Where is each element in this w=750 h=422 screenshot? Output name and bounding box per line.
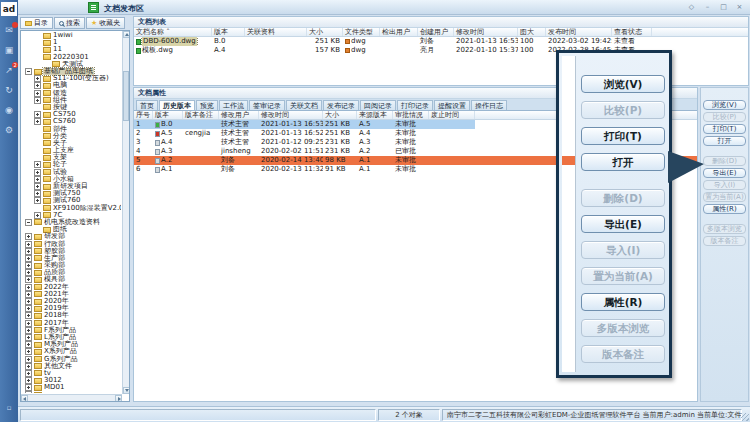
expand-icon[interactable] — [25, 348, 32, 355]
collapse-icon[interactable] — [25, 219, 32, 226]
expand-icon[interactable] — [25, 269, 32, 276]
user-icon[interactable]: ◉ — [0, 104, 18, 117]
tree-item[interactable]: 部件 — [22, 125, 121, 132]
column-header[interactable]: 版本备注 — [183, 111, 219, 119]
action-button-3[interactable]: 打印(T) — [703, 124, 746, 134]
expand-icon[interactable] — [25, 276, 32, 283]
tree-item[interactable]: 采购部 — [22, 262, 121, 269]
properties-tab[interactable]: 预览 — [196, 100, 218, 110]
document-row[interactable]: DBD-6000.dwgB.0251 KBdwg刘备2021-01-13 16:… — [134, 37, 748, 46]
tree-item[interactable]: 2021年 — [22, 291, 121, 298]
resize-grip[interactable] — [741, 413, 749, 421]
column-header[interactable]: 版本 — [153, 111, 183, 119]
tree-item[interactable]: 2018年 — [22, 312, 121, 319]
expand-icon[interactable] — [34, 212, 41, 219]
properties-tab[interactable]: 历史版本 — [159, 100, 195, 110]
scroll-up-button[interactable] — [123, 31, 130, 38]
expand-icon[interactable] — [25, 341, 32, 348]
column-header[interactable]: 审批情况 — [393, 111, 429, 119]
properties-tab[interactable]: 首页 — [136, 100, 158, 110]
expand-icon[interactable] — [25, 255, 32, 262]
tree-item[interactable]: 机电系统改造资料 — [22, 219, 121, 226]
action-button-4[interactable]: 打开 — [703, 136, 746, 146]
expand-icon[interactable] — [25, 233, 32, 240]
tree-item[interactable]: 组件 — [22, 97, 121, 104]
column-header[interactable]: 检出用户 — [380, 28, 418, 36]
maximize-button[interactable]: □ — [717, 2, 730, 12]
expand-icon[interactable] — [25, 291, 32, 298]
tree-item[interactable]: 塑胶部 — [22, 248, 121, 255]
scroll-down-button[interactable] — [123, 387, 130, 394]
expand-icon[interactable] — [34, 183, 41, 190]
expand-icon[interactable] — [34, 169, 41, 176]
properties-tab[interactable]: 工作流 — [219, 100, 248, 110]
tree-item[interactable]: S11-100(变压器) — [22, 75, 121, 82]
tree-item[interactable]: 上支座 — [22, 147, 121, 154]
tab-search[interactable]: 搜索 — [54, 17, 85, 29]
tree-item[interactable]: 其他文件 — [22, 363, 121, 370]
tree-item[interactable]: 锻造 — [22, 90, 121, 97]
tree-item[interactable]: 2022年 — [22, 284, 121, 291]
popup-action-4[interactable]: 打开 — [581, 153, 665, 171]
tree-item[interactable]: 2020年 — [22, 298, 121, 305]
tree-item[interactable]: 分类 — [22, 133, 121, 140]
tree-item[interactable]: 2019年 — [22, 305, 121, 312]
expand-icon[interactable] — [25, 312, 32, 319]
expand-icon[interactable] — [25, 370, 32, 377]
tree-item[interactable]: 行政部 — [22, 240, 121, 247]
tree-item[interactable]: 图纸 — [22, 226, 121, 233]
tree-item[interactable]: 研发部 — [22, 233, 121, 240]
column-header[interactable]: 废止时间 — [429, 111, 475, 119]
expand-icon[interactable] — [25, 327, 32, 334]
expand-icon[interactable] — [25, 391, 32, 393]
column-header[interactable]: 修改用户 — [219, 111, 259, 119]
column-header[interactable]: 来源版本 — [357, 111, 393, 119]
chat-icon[interactable]: ✉ — [0, 24, 18, 37]
expand-icon[interactable] — [25, 384, 32, 391]
tree-vertical-scrollbar[interactable] — [122, 31, 129, 394]
expand-icon[interactable] — [25, 248, 32, 255]
tree-item[interactable]: 品质部 — [22, 269, 121, 276]
popup-action-6[interactable]: 导出(E) — [581, 215, 665, 233]
tab-favorites[interactable]: ★收藏夹 — [86, 17, 125, 29]
column-header[interactable]: 版本 — [212, 28, 245, 36]
action-button-6[interactable]: 导出(E) — [703, 168, 746, 178]
expand-icon[interactable] — [25, 305, 32, 312]
column-header[interactable]: 修改时间 — [454, 28, 518, 36]
expand-icon[interactable] — [25, 356, 32, 363]
expand-icon[interactable] — [25, 241, 32, 248]
tree-item[interactable]: 支架 — [22, 154, 121, 161]
folder-icon[interactable]: ▣ — [0, 44, 18, 57]
scroll-right-button[interactable] — [115, 395, 122, 402]
properties-tab[interactable]: 回阅记录 — [360, 100, 396, 110]
tab-directory[interactable]: 目录 — [20, 17, 53, 29]
tree-item[interactable]: 轮子 — [22, 161, 121, 168]
popup-action-1[interactable]: 浏览(V) — [581, 75, 665, 93]
column-header[interactable]: 大小 — [307, 28, 343, 36]
activity-icon[interactable]: ↗2 — [0, 64, 18, 77]
column-header[interactable]: 图大 — [518, 28, 546, 36]
expand-icon[interactable] — [25, 298, 32, 305]
expand-icon[interactable] — [34, 90, 41, 97]
expand-icon[interactable] — [25, 334, 32, 341]
tree-item[interactable]: 3012 — [22, 377, 121, 384]
expand-icon[interactable] — [25, 262, 32, 269]
popup-action-3[interactable]: 打印(T) — [581, 127, 665, 145]
expand-icon[interactable] — [34, 97, 41, 104]
expand-icon[interactable] — [34, 111, 41, 118]
column-header[interactable]: 大小 — [323, 111, 357, 119]
tree-item[interactable]: tv — [22, 370, 121, 377]
expand-icon[interactable] — [34, 118, 41, 125]
scroll-thumb[interactable] — [123, 71, 129, 121]
properties-tab[interactable]: 发布记录 — [323, 100, 359, 110]
tree-item[interactable]: 生产部 — [22, 255, 121, 262]
column-header[interactable]: 关联资料 — [245, 28, 307, 36]
tree-item[interactable] — [22, 391, 121, 393]
tree-item[interactable]: 1wiwi — [22, 32, 121, 39]
properties-tab[interactable]: 签审记录 — [249, 100, 285, 110]
close-button[interactable]: × — [733, 2, 746, 12]
tree-item[interactable]: 1 — [22, 39, 121, 46]
expand-icon[interactable] — [34, 197, 41, 204]
properties-tab[interactable]: 关联文档 — [286, 100, 322, 110]
properties-tab[interactable]: 打印记录 — [397, 100, 433, 110]
